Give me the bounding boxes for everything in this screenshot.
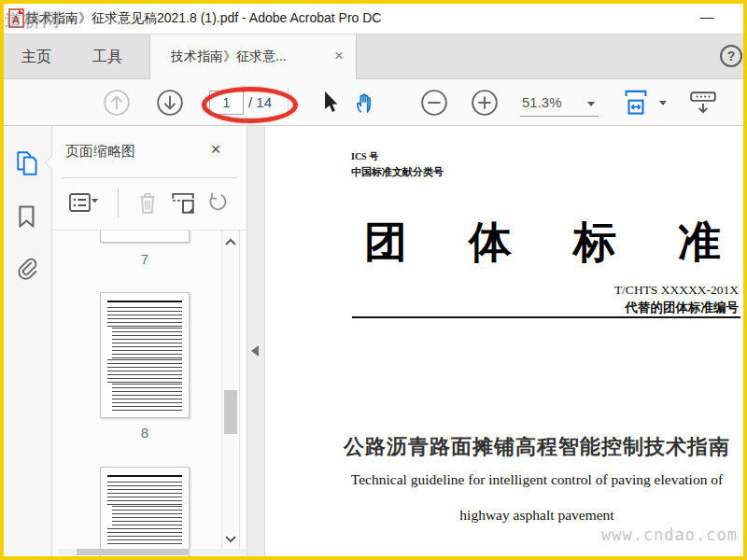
doc-standard-code: T/CHTS XXXXX-201X xyxy=(614,283,739,298)
standard-char: 准 xyxy=(678,219,721,267)
thumbnail-scrollbar-vertical[interactable] xyxy=(221,231,240,551)
thumbnail-list: 7 8 xyxy=(52,231,247,556)
page-number-input[interactable] xyxy=(209,91,244,115)
thumbnail-label-8: 8 xyxy=(100,425,190,441)
scrollbar-thumb[interactable] xyxy=(77,549,190,555)
tab-bar: 主页 工具 技术指南》征求意... × ? xyxy=(4,35,743,79)
standard-char: 体 xyxy=(469,219,512,267)
site-watermark: www.cndao.com xyxy=(601,525,738,544)
chevron-down-icon xyxy=(587,102,595,106)
chevron-down-icon[interactable] xyxy=(659,101,667,105)
thumbnail-page-7[interactable] xyxy=(100,231,190,243)
standard-char: 标 xyxy=(573,219,616,267)
thumbnail-options-icon[interactable] xyxy=(67,186,101,219)
main-area: 页面缩略图 × xyxy=(4,126,743,556)
zoom-out-icon[interactable] xyxy=(418,87,450,119)
minimize-button[interactable]: — xyxy=(697,7,717,28)
next-page-icon[interactable] xyxy=(154,87,186,119)
zoom-level-value: 51.3% xyxy=(522,94,562,110)
scroll-up-icon[interactable] xyxy=(223,236,238,247)
help-icon[interactable]: ? xyxy=(718,43,744,69)
tab-document-label: 技术指南》征求意... xyxy=(171,35,324,78)
doc-title-english-line2: highway asphalt pavement xyxy=(331,507,743,524)
doc-replaced-note: 代替的团体标准编号 xyxy=(626,300,740,316)
tab-close-icon[interactable]: × xyxy=(330,35,348,77)
thumb-text-lines xyxy=(107,359,182,384)
previous-page-icon[interactable] xyxy=(101,87,133,119)
page-thumbnails-panel: 页面缩略图 × xyxy=(52,126,247,556)
doc-title-english-line1: Technical guideline for intelligent cont… xyxy=(331,471,743,488)
main-toolbar: / 14 51.3% xyxy=(4,79,743,126)
thumb-text-lines xyxy=(112,328,182,359)
thumb-heading-bar xyxy=(107,475,182,477)
panel-divider-line xyxy=(62,177,237,178)
insert-page-icon[interactable] xyxy=(166,186,200,219)
doc-horizontal-rule xyxy=(352,316,740,318)
thumb-text-lines xyxy=(112,384,182,412)
doc-classification-number: 中国标准文献分类号 xyxy=(351,165,444,179)
panel-close-icon[interactable]: × xyxy=(204,137,228,161)
scroll-down-icon[interactable] xyxy=(223,534,238,545)
doc-title-chinese: 公路沥青路面摊铺高程智能控制技术指南 xyxy=(331,433,743,461)
title-bar: A 道桥网 技术指南》征求意见稿2021.8 (1).pdf - Adobe A… xyxy=(4,4,743,35)
zoom-in-icon[interactable] xyxy=(469,87,500,119)
tab-tools[interactable]: 工具 xyxy=(69,35,146,78)
acrobat-window: A 道桥网 技术指南》征求意见稿2021.8 (1).pdf - Adobe A… xyxy=(0,0,747,560)
select-tool-icon[interactable] xyxy=(316,87,347,119)
tab-home[interactable]: 主页 xyxy=(4,35,69,78)
thumbnail-page-8[interactable] xyxy=(100,292,190,418)
rotate-page-icon[interactable] xyxy=(200,186,233,219)
window-title: 技术指南》征求意见稿2021.8 (1).pdf - Adobe Acrobat… xyxy=(26,10,381,27)
thumbnail-label-7: 7 xyxy=(100,251,190,267)
scrollbar-thumb[interactable] xyxy=(224,390,237,434)
doc-ics-number: ICS 号 xyxy=(351,150,378,163)
delete-pages-icon[interactable] xyxy=(131,186,164,219)
thumb-text-lines xyxy=(107,482,182,506)
page-thumbnails-icon[interactable] xyxy=(14,149,42,177)
page-count-label: / 14 xyxy=(248,94,272,110)
hand-tool-icon[interactable] xyxy=(349,87,381,119)
document-page[interactable]: ICS 号 中国标准文献分类号 团 体 标 准 T/CHTS XXXXX-201… xyxy=(265,126,743,556)
site-watermark-overlay: 道桥网 xyxy=(5,8,61,33)
thumbnail-page-9[interactable] xyxy=(100,467,190,556)
hide-toolbar-icon[interactable] xyxy=(687,87,719,119)
thumb-text-lines xyxy=(107,307,182,328)
collapse-panel-icon[interactable] xyxy=(251,345,259,357)
thumbnail-scrollbar-horizontal[interactable] xyxy=(58,549,247,555)
thumb-text-lines xyxy=(107,528,182,545)
help-glyph: ? xyxy=(727,49,736,63)
tab-document[interactable]: 技术指南》征求意... × xyxy=(149,35,357,79)
fit-width-icon[interactable] xyxy=(620,87,652,119)
panel-title: 页面缩略图 xyxy=(65,143,135,161)
thumb-heading-bar xyxy=(107,301,182,302)
standard-char: 团 xyxy=(364,219,407,267)
thumb-text-lines xyxy=(112,506,182,528)
panel-divider[interactable] xyxy=(247,126,265,556)
attachments-paperclip-icon[interactable] xyxy=(14,256,42,284)
doc-standard-heading: 团 体 标 准 xyxy=(364,219,721,267)
panel-toolbar-separator xyxy=(118,188,119,217)
bookmarks-icon[interactable] xyxy=(14,203,42,231)
toolbar-separator xyxy=(288,87,289,119)
navigation-pane-strip xyxy=(4,126,52,556)
zoom-level-dropdown[interactable]: 51.3% xyxy=(520,89,599,117)
